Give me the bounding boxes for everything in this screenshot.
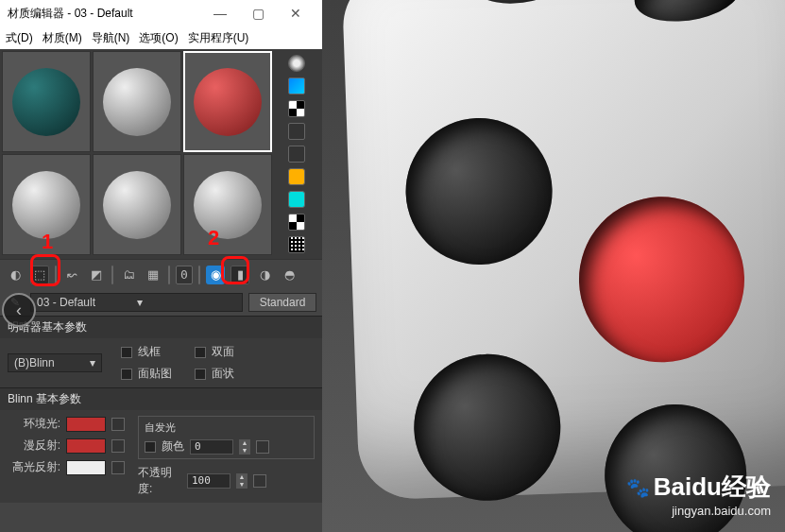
go-to-parent-icon[interactable]: ◑	[255, 266, 274, 284]
self-illum-value[interactable]: 0	[190, 439, 233, 455]
shader-basic-params-rollup: 明暗器基本参数 (B)Blinn ▾ 线框 双面 面贴图 面状	[0, 316, 322, 387]
annotation-label-1: 1	[42, 230, 53, 254]
specular-label: 高光反射:	[8, 459, 60, 475]
assign-to-selection-icon[interactable]: ⬚	[30, 266, 49, 284]
watermark: 🐾 Baidu 经验 jingyan.baidu.com	[626, 471, 771, 518]
reset-map-icon[interactable]: ↜	[62, 266, 81, 284]
show-end-result-icon[interactable]: ▮	[230, 266, 249, 284]
window-title: 材质编辑器 - 03 - Default	[8, 6, 201, 22]
options-icon[interactable]	[288, 191, 305, 208]
paw-icon: 🐾	[626, 476, 650, 499]
material-editor-panel: 材质编辑器 - 03 - Default — ▢ ✕ 式(D) 材质(M) 导航…	[0, 0, 322, 532]
material-map-navigator-icon[interactable]	[288, 236, 305, 253]
opacity-spinner[interactable]: ▲▼	[236, 473, 247, 489]
diffuse-map-button[interactable]	[111, 439, 125, 453]
menu-material[interactable]: 材质(M)	[43, 30, 82, 46]
shader-type-dropdown[interactable]: (B)Blinn ▾	[8, 353, 102, 372]
put-to-library-icon[interactable]: ◩	[87, 266, 106, 284]
sample-uv-tiling-icon[interactable]	[288, 123, 305, 140]
self-illum-color-checkbox[interactable]: 颜色	[145, 438, 184, 455]
material-name-dropdown[interactable]: 03 - Default ▾	[30, 293, 243, 312]
make-preview-icon[interactable]	[288, 168, 305, 185]
material-sample-grid	[0, 49, 274, 257]
diffuse-label: 漫反射:	[8, 438, 60, 454]
self-illum-map-button[interactable]	[256, 440, 269, 454]
opacity-label: 不透明度:	[138, 465, 181, 497]
face-map-checkbox[interactable]: 面贴图	[121, 366, 172, 382]
material-slot-1[interactable]	[2, 51, 91, 152]
menu-options[interactable]: 选项(O)	[139, 30, 178, 46]
back-navigation-button[interactable]: ‹	[2, 293, 36, 327]
sample-type-icon[interactable]	[288, 55, 305, 72]
material-slot-6[interactable]	[183, 154, 272, 255]
show-map-icon[interactable]: ▦	[144, 266, 162, 284]
close-button[interactable]: ✕	[277, 6, 315, 21]
menu-utilities[interactable]: 实用程序(U)	[188, 30, 249, 46]
self-illum-spinner[interactable]: ▲▼	[239, 439, 250, 455]
material-type-button[interactable]: Standard	[248, 293, 316, 312]
diffuse-color-swatch[interactable]	[66, 438, 106, 454]
material-id-channel-icon[interactable]: 🗂	[119, 266, 138, 284]
material-slot-2[interactable]	[93, 51, 181, 152]
menubar: 式(D) 材质(M) 导航(N) 选项(O) 实用程序(U)	[0, 26, 322, 49]
rollup-header-shader[interactable]: 明暗器基本参数	[0, 317, 322, 338]
3d-viewport[interactable]: 🐾 Baidu 经验 jingyan.baidu.com	[322, 0, 785, 532]
get-material-icon[interactable]: ◐	[6, 266, 25, 284]
wire-checkbox[interactable]: 线框	[121, 344, 172, 360]
background-icon[interactable]	[288, 100, 305, 117]
material-slot-5[interactable]	[93, 154, 181, 255]
opacity-map-button[interactable]	[253, 474, 266, 488]
two-sided-checkbox[interactable]: 双面	[195, 344, 234, 360]
chevron-down-icon: ▾	[137, 296, 237, 309]
material-toolbar: 1 2 ◐ ⬚ ↜ ◩ 🗂 ▦ 0 ◉ ▮ ◑ ◓	[0, 259, 322, 289]
specular-color-swatch[interactable]	[66, 460, 106, 475]
ambient-color-swatch[interactable]	[66, 417, 106, 432]
ambient-lock-button[interactable]	[111, 418, 125, 431]
ambient-label: 环境光:	[8, 416, 60, 432]
titlebar[interactable]: 材质编辑器 - 03 - Default — ▢ ✕	[0, 0, 322, 26]
blinn-basic-params-rollup: Blinn 基本参数 环境光: 漫反射: 高光反射:	[0, 387, 322, 503]
video-color-check-icon[interactable]	[288, 146, 305, 163]
backlight-icon[interactable]	[288, 77, 305, 94]
chevron-left-icon: ‹	[16, 300, 22, 320]
material-name-row: ✎ 03 - Default ▾ Standard	[0, 289, 322, 316]
dice-mesh	[341, 0, 785, 501]
select-by-material-icon[interactable]	[288, 214, 305, 231]
faceted-checkbox[interactable]: 面状	[195, 366, 234, 382]
material-id-field[interactable]: 0	[176, 266, 193, 284]
menu-mode[interactable]: 式(D)	[6, 30, 33, 46]
rollup-header-blinn[interactable]: Blinn 基本参数	[0, 388, 322, 410]
annotation-label-2: 2	[208, 226, 219, 250]
maximize-button[interactable]: ▢	[239, 6, 277, 21]
opacity-value[interactable]: 100	[187, 473, 230, 489]
chevron-down-icon: ▾	[90, 356, 95, 369]
minimize-button[interactable]: —	[201, 6, 239, 21]
go-forward-icon[interactable]: ◓	[280, 266, 299, 284]
sample-options-column	[274, 49, 319, 259]
self-illumination-group: 自发光 颜色 0 ▲▼	[138, 416, 315, 459]
menu-navigate[interactable]: 导航(N)	[92, 30, 130, 46]
material-slot-3[interactable]	[183, 51, 272, 152]
show-shaded-material-icon[interactable]: ◉	[206, 266, 225, 284]
specular-map-button[interactable]	[111, 461, 125, 474]
